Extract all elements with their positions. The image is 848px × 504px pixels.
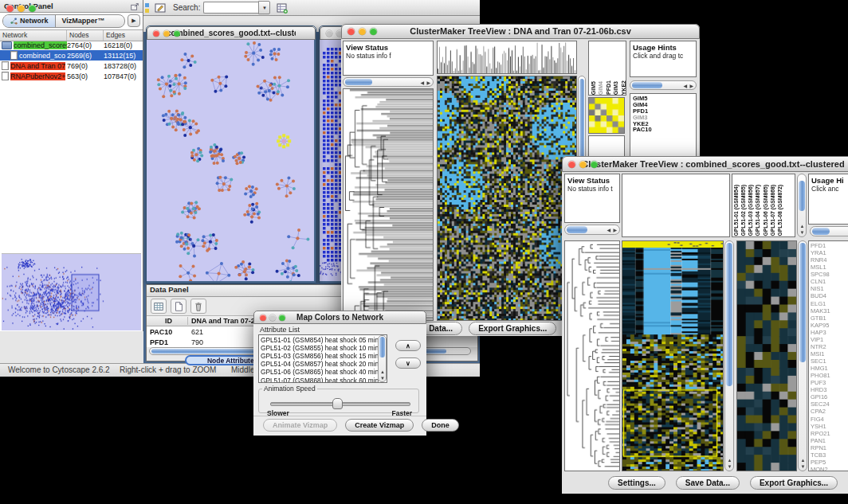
treeview-action-button[interactable]: Settings... [608,476,665,490]
scroll-up-icon[interactable]: ▲ [800,224,805,229]
speed-slider-thumb[interactable] [332,398,343,409]
close-button[interactable] [6,5,14,12]
attribute-list-vscrollbar[interactable]: ▲ ▼ [378,335,387,382]
gene-label[interactable]: PAN1 [811,437,848,444]
scrollbar-thumb[interactable] [812,228,830,235]
attribute-list-item[interactable]: GPL51-04 (GSM857) heat shock 20 min [261,360,387,368]
scroll-down-icon[interactable]: ▼ [728,464,732,469]
matrix-column-label[interactable]: GIM5 [591,81,597,95]
heatmap-vscrollbar[interactable]: ▲ ▼ [724,240,734,471]
treeview2-titlebar[interactable]: ClusterMaker TreeView : combined_scores_… [562,156,848,172]
scrollbar-thumb[interactable] [567,226,587,233]
scroll-down-icon[interactable]: ▼ [801,464,806,469]
treeview1-titlebar[interactable]: ClusterMaker TreeView : DNA and Tran 07-… [341,24,700,39]
gene-label[interactable]: HRD3 [811,386,848,393]
scrollbar-thumb[interactable] [632,82,662,88]
scrollbar-thumb[interactable] [345,79,372,85]
matrix-row-label[interactable]: PAC10 [633,127,696,133]
sample-column-label[interactable]: GPL51-03 (GSM856) [748,185,754,236]
sample-column-label[interactable]: GPL51-02 (GSM855) [740,185,747,236]
zoom-button[interactable] [174,30,180,37]
minimize-button[interactable] [163,30,170,37]
import-table-icon[interactable] [275,1,289,14]
dialog-action-button[interactable]: Done [422,419,459,432]
scrollbar-thumb[interactable] [799,243,806,362]
network-canvas[interactable] [147,40,314,281]
dialog-action-button[interactable]: Create Vizmap [345,419,414,432]
network-table-row[interactable]: DNA and Tran 07 769(0) 183728(0) [0,61,143,71]
move-attribute-up-button[interactable]: ∧ [395,340,421,351]
gene-label[interactable]: PHO81 [811,372,848,379]
gene-label[interactable]: RNR4 [811,256,848,264]
zoom-button[interactable] [279,315,285,321]
treeview-action-button[interactable]: Export Graphics... [750,476,838,490]
gene-label[interactable]: MON2 [811,466,848,471]
select-attributes-icon[interactable] [151,299,167,314]
close-button[interactable] [347,28,355,35]
search-input[interactable] [203,2,258,14]
scroll-up-icon[interactable]: ▲ [380,369,385,374]
gene-label[interactable]: GTB1 [811,315,848,322]
gene-label[interactable]: YRA1 [811,249,848,256]
attribute-list-item[interactable]: GPL51-07 (GSM868) heat shock 60 min [261,377,387,383]
scroll-left-icon[interactable]: ◀ [420,80,424,85]
gene-label[interactable]: SPC98 [811,271,848,278]
gene-label[interactable]: BUD4 [811,292,848,299]
heatmap-zoomed[interactable] [736,240,797,471]
scroll-up-icon[interactable]: ▲ [728,458,732,463]
dendrogram-hscrollbar[interactable]: ◀ ▶ [564,225,620,235]
column-dendrogram[interactable] [622,174,730,237]
zoom-button[interactable] [29,5,36,12]
gene-label[interactable]: PEP5 [811,459,848,466]
attribute-list-item[interactable]: GPL51-01 (GSM854) heat shock 05 min [261,336,387,344]
gene-label[interactable]: PFD1 [811,242,848,249]
minimize-button[interactable] [269,315,276,321]
scroll-left-icon[interactable]: ◀ [607,228,610,232]
tab-network[interactable]: Network [3,15,56,27]
matrix-column-label[interactable]: GIM4 [598,81,604,95]
treeview-action-button[interactable]: Save Data... [676,476,740,490]
scroll-down-icon[interactable]: ▼ [800,230,805,235]
gene-label[interactable]: HAP3 [811,329,848,336]
gene-label[interactable]: CPA2 [811,408,848,415]
gene-label[interactable]: RPO21 [811,430,848,437]
close-button[interactable] [260,315,266,321]
heatmap-main[interactable] [622,240,724,471]
gene-label[interactable]: NIS1 [811,285,848,292]
gene-label[interactable]: PUF3 [811,379,848,386]
gene-label[interactable]: YSH1 [811,423,848,430]
network-view-window[interactable]: combined_scores_good.txt--cluste... [146,25,316,283]
search-combobox[interactable]: ▼ [203,1,270,14]
sample-column-label[interactable]: GPL51-07 (GSM868) [770,185,776,236]
scrollbar-thumb[interactable] [799,181,805,211]
network-table-row[interactable]: combined_scores 2764(0) 16218(0) [0,40,143,50]
dialog-titlebar[interactable]: Map Colors to Network [253,311,426,324]
gene-label[interactable]: VIP1 [811,336,848,343]
scrollbar-thumb[interactable] [379,337,385,357]
hints-hscrollbar[interactable] [810,226,848,236]
gene-label[interactable]: GPI16 [811,393,848,400]
gene-label[interactable]: CLN1 [811,278,848,285]
close-button[interactable] [153,30,159,37]
minimize-button[interactable] [18,5,25,12]
gene-label[interactable]: RPN1 [811,444,848,451]
gene-label[interactable]: FIG4 [811,416,848,423]
birds-eye-view[interactable] [2,253,141,330]
matrix-column-label[interactable]: YKE2 [621,80,626,95]
attribute-list-item[interactable]: GPL51-06 (GSM865) heat shock 40 min [261,368,387,376]
heatmap-main[interactable] [437,76,577,321]
treeview-action-button[interactable]: Export Graphics... [469,322,556,335]
gene-label[interactable]: MSI1 [811,350,848,357]
scroll-left-icon[interactable]: ◀ [683,84,687,88]
column-dendrogram[interactable] [437,41,577,74]
gene-label[interactable]: HMG1 [811,365,848,372]
float-panel-icon[interactable] [130,2,139,13]
correlation-matrix-heatmap[interactable] [588,97,625,134]
gene-label[interactable]: NTR2 [811,343,848,350]
gene-label[interactable]: SEC1 [811,357,848,365]
attribute-list-item[interactable]: GPL51-03 (GSM856) heat shock 15 min [261,352,387,360]
network-window-titlebar[interactable]: combined_scores_good.txt--cluste... [147,26,316,40]
sample-column-label[interactable]: GPL51-01 (GSM854) [733,185,740,236]
new-attribute-icon[interactable] [171,299,186,314]
scroll-right-icon[interactable]: ▶ [613,228,617,232]
